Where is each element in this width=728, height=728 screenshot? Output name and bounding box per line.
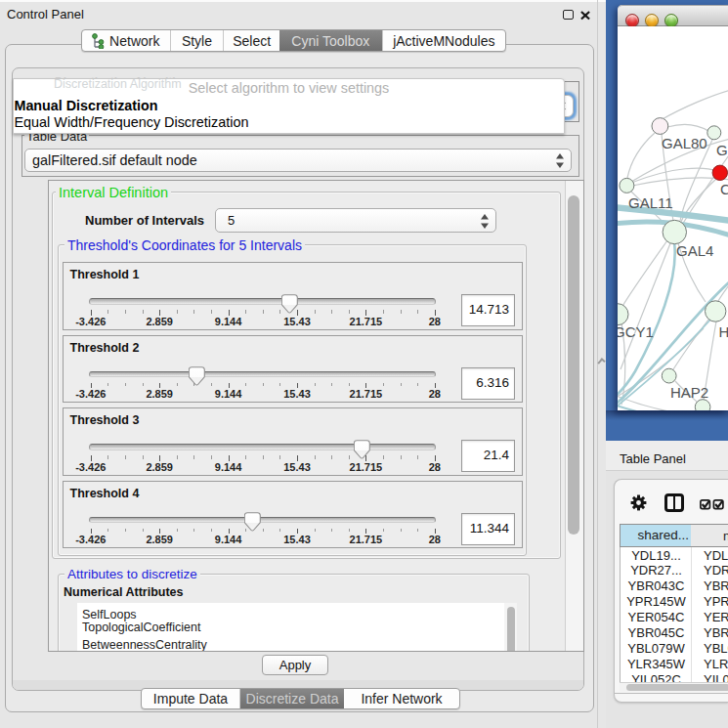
svg-text:H: H <box>719 323 728 340</box>
svg-text:G: G <box>716 142 728 158</box>
svg-text:HAP2: HAP2 <box>670 384 708 401</box>
svg-text:GCY1: GCY1 <box>616 323 654 340</box>
svg-text:GAL4: GAL4 <box>676 242 713 259</box>
svg-text:C: C <box>720 181 728 197</box>
svg-text:GAL80: GAL80 <box>662 135 707 151</box>
svg-text:GAL11: GAL11 <box>628 194 673 211</box>
